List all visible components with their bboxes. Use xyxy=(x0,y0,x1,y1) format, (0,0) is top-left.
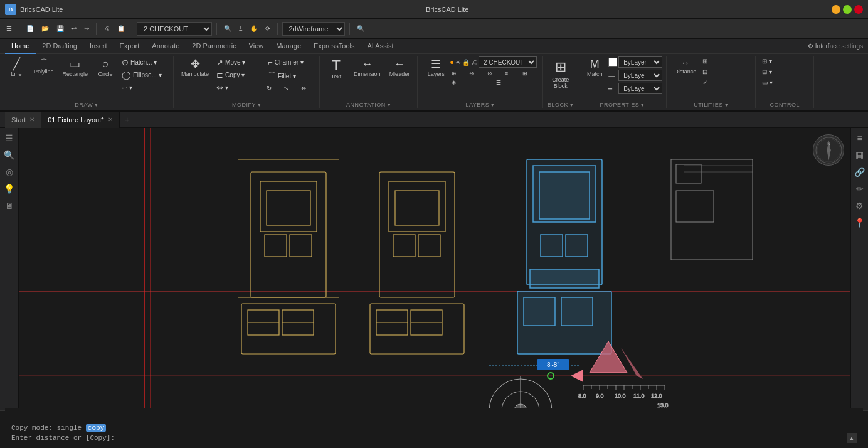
window-controls[interactable] xyxy=(832,5,863,14)
scale-button[interactable]: ⤡ xyxy=(282,83,298,93)
right-btn-menu[interactable]: ≡ xyxy=(852,131,867,146)
util-btn2[interactable]: ⊟ xyxy=(701,67,751,77)
open-button[interactable]: 📂 xyxy=(39,22,51,36)
right-btn-pin[interactable]: 📍 xyxy=(852,215,867,230)
layers-button[interactable]: ☰ Layers xyxy=(423,56,448,79)
layers-controls: ● ☀ 🔒 🖨 2 CHECKOUT ⊕ ⊖ ⊙ ≡ ⊞ xyxy=(450,56,537,87)
manipulate-button[interactable]: ✥ Manipulate xyxy=(177,56,213,79)
sidebar-light-btn[interactable]: 💡 xyxy=(2,181,17,196)
maximize-button[interactable] xyxy=(843,5,852,14)
sidebar-search-btn[interactable]: 🔍 xyxy=(2,147,17,163)
line-button[interactable]: ╱ Line xyxy=(4,56,29,79)
layer-btn4[interactable]: ≡ xyxy=(503,70,519,77)
canvas-area[interactable]: 8'-8" xyxy=(19,128,850,448)
tab-export[interactable]: Export xyxy=(114,39,146,54)
layer-freeze[interactable]: ❄ xyxy=(450,79,492,87)
new-button[interactable]: 📄 xyxy=(24,22,36,36)
layer-btn5[interactable]: ⊞ xyxy=(521,70,537,77)
zoom-realtime[interactable]: ± xyxy=(236,22,245,36)
color-select[interactable]: ByLayer xyxy=(618,56,662,68)
layer-btn3[interactable]: ⊙ xyxy=(485,70,502,77)
rotate-button[interactable]: ↻ xyxy=(265,83,281,93)
workspace-select[interactable]: 2dWireframe xyxy=(282,22,345,36)
window-title: BricsCAD Lite xyxy=(426,6,468,13)
cmd-scroll-button[interactable]: ▲ xyxy=(847,433,857,443)
cmd-input-field[interactable] xyxy=(115,434,847,442)
layer-btn2[interactable]: ⊖ xyxy=(467,70,484,77)
fillet-button[interactable]: ⌒ Fillet ▾ xyxy=(265,69,315,83)
tab-home[interactable]: Home xyxy=(5,39,36,54)
search-button[interactable]: 🔍 xyxy=(354,22,367,36)
polyline-button[interactable]: ⌒ Polyline xyxy=(30,56,58,77)
tab-insert[interactable]: Insert xyxy=(83,39,114,54)
sidebar-layers-btn[interactable]: ◎ xyxy=(2,164,17,179)
tab-fixture-layout[interactable]: 01 Fixture Layout* ✕ xyxy=(41,112,119,128)
tab-expresstools[interactable]: ExpressTools xyxy=(307,39,361,54)
file-select[interactable]: 2 CHECKOUT xyxy=(137,22,212,36)
copy-highlight: copy xyxy=(86,424,106,432)
mirror-button[interactable]: ⇔ xyxy=(300,83,315,93)
right-btn-grid[interactable]: ▦ xyxy=(852,147,867,163)
minimize-button[interactable] xyxy=(832,5,840,14)
copy-modify-button[interactable]: ⊏ Copy ▾ xyxy=(214,69,264,81)
ctrl-btn1[interactable]: ⊞ ▾ xyxy=(760,56,810,66)
utilities-group: ↔ Distance ⊞ ⊟ ✓ UTILITIES ▾ xyxy=(667,56,756,108)
point-button[interactable]: · · ▾ xyxy=(119,82,169,93)
menu-button[interactable]: ☰ xyxy=(4,22,14,36)
settings-icon: ⚙ xyxy=(808,43,813,50)
layer-state[interactable]: ☰ xyxy=(494,79,537,87)
svg-text:10.0: 10.0 xyxy=(615,393,626,399)
sidebar-model-btn[interactable]: ☰ xyxy=(2,131,17,146)
tab-manage[interactable]: Manage xyxy=(270,39,307,54)
circle-button[interactable]: ○ Circle xyxy=(93,56,118,79)
color-row: ByLayer xyxy=(608,56,662,68)
orbit-button[interactable]: ⟳ xyxy=(263,22,273,36)
sidebar-display-btn[interactable]: 🖥 xyxy=(2,198,17,213)
tab-view[interactable]: View xyxy=(243,39,270,54)
chamfer-button[interactable]: ⌐ Chamfer ▾ xyxy=(265,56,315,68)
create-block-button[interactable]: ⊞ CreateBlock xyxy=(547,56,574,92)
lineweight-select[interactable]: ByLaye xyxy=(618,83,662,94)
pan-button[interactable]: ✋ xyxy=(248,22,260,36)
tab-2d-drafting[interactable]: 2D Drafting xyxy=(36,39,83,54)
layer-btn1[interactable]: ⊕ xyxy=(450,70,466,77)
zoom-button[interactable]: 🔍 xyxy=(221,22,234,36)
print-button[interactable]: 🖨 xyxy=(101,22,112,36)
undo-button[interactable]: ↩ xyxy=(69,22,79,36)
right-btn-edit[interactable]: ✏ xyxy=(852,181,867,196)
layer-select[interactable]: 2 CHECKOUT xyxy=(479,56,537,68)
right-btn-link[interactable]: 🔗 xyxy=(852,164,867,179)
mleader-button[interactable]: ← Mleader xyxy=(386,56,414,79)
tab-start-close[interactable]: ✕ xyxy=(29,116,34,123)
linetype-row: — ByLaye xyxy=(608,70,662,81)
interface-settings-button[interactable]: ⚙ Interface settings xyxy=(808,43,863,50)
redo-button[interactable]: ↪ xyxy=(82,22,92,36)
dimension-button[interactable]: ↔ Dimension xyxy=(350,56,384,79)
tab-fixture-close[interactable]: ✕ xyxy=(108,116,113,123)
tab-annotate[interactable]: Annotate xyxy=(146,39,186,54)
hatch-button[interactable]: ⊙ Hatch... ▾ xyxy=(119,56,169,68)
close-button[interactable] xyxy=(854,5,863,14)
linetype-select[interactable]: ByLaye xyxy=(618,70,662,81)
svg-text:11.0: 11.0 xyxy=(633,393,645,399)
ellipse-button[interactable]: ◯ Ellipse... ▾ xyxy=(119,69,169,81)
right-btn-settings[interactable]: ⚙ xyxy=(852,198,867,213)
ctrl-btn2[interactable]: ⊟ ▾ xyxy=(760,67,810,77)
rectangle-button[interactable]: ▭ Rectangle xyxy=(59,56,92,79)
save-button[interactable]: 💾 xyxy=(54,22,66,36)
text-button[interactable]: T Text xyxy=(324,56,349,82)
titlebar: B BricsCAD Lite BricsCAD Lite xyxy=(0,0,868,19)
util-btn3[interactable]: ✓ xyxy=(701,78,751,87)
ctrl-btn3[interactable]: ▭ ▾ xyxy=(760,78,810,87)
tab-start[interactable]: Start ✕ xyxy=(5,112,41,128)
match-button[interactable]: M Match xyxy=(582,56,607,79)
move-button[interactable]: ↗ Move ▾ xyxy=(214,56,264,68)
lineweight-icon: ━ xyxy=(608,85,617,92)
util-btn1[interactable]: ⊞ xyxy=(701,56,751,66)
add-tab-button[interactable]: + xyxy=(120,115,135,125)
tab-ai-assist[interactable]: AI Assist xyxy=(361,39,400,54)
copy-button[interactable]: 📋 xyxy=(115,22,127,36)
tab-2d-parametric[interactable]: 2D Parametric xyxy=(186,39,242,54)
distance-button[interactable]: ↔ Distance xyxy=(670,56,700,77)
stretch-button[interactable]: ⇔ ▾ xyxy=(214,82,264,93)
